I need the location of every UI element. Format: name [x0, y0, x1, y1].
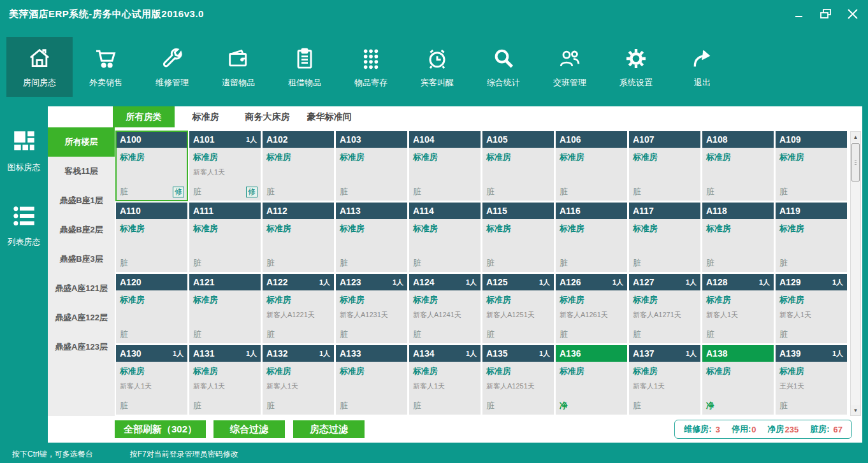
tab-business-king-room[interactable]: 商务大床房 [236, 106, 298, 127]
room-footer: 脏 [193, 257, 257, 269]
floor-list-item[interactable]: 鼎盛A座121层 [48, 274, 115, 303]
room-card[interactable]: A121 标准房 脏 [189, 274, 261, 343]
room-card[interactable]: A137 1人 标准房 新客人1天 脏 [629, 345, 700, 415]
scroll-up-button[interactable]: ▲ [851, 132, 860, 142]
scroll-down-button[interactable]: ▼ [851, 405, 860, 415]
tab-deluxe-standard-room[interactable]: 豪华标准间 [298, 106, 360, 127]
room-type: 标准房 [776, 362, 847, 377]
toolbar-item-lost-items[interactable]: 遗留物品 [205, 37, 271, 97]
room-number: A114 [413, 206, 434, 216]
room-card[interactable]: A104 标准房 脏 [409, 131, 481, 201]
room-card[interactable]: A112 标准房 脏 [263, 203, 334, 272]
room-card[interactable]: A123 1人 标准房 新客人A1231天 脏 [336, 274, 407, 343]
toolbar-item-item-storage[interactable]: 物品寄存 [338, 37, 404, 97]
floor-list-item[interactable]: 鼎盛A座122层 [48, 303, 115, 332]
room-card[interactable]: A113 标准房 脏 [336, 203, 407, 272]
room-card[interactable]: A116 标准房 脏 [556, 203, 627, 272]
toolbar-item-label: 交班管理 [553, 77, 586, 89]
sidebar-item-list-view[interactable]: 列表房态 [8, 203, 41, 248]
room-card[interactable]: A115 标准房 脏 [482, 203, 554, 272]
room-card[interactable]: A122 1人 标准房 新客人A1221天 脏 [263, 274, 334, 343]
room-card[interactable]: A127 1人 标准房 新客人A1271天 脏 [629, 274, 700, 343]
room-card[interactable]: A102 标准房 脏 [263, 131, 334, 201]
room-card[interactable]: A124 1人 标准房 新客人A1241天 脏 [409, 274, 481, 343]
room-card[interactable]: A117 标准房 脏 [629, 203, 700, 272]
restore-button[interactable] [820, 8, 832, 20]
room-card[interactable]: A120 标准房 脏 [116, 274, 187, 343]
room-card[interactable]: A105 标准房 脏 [482, 131, 554, 201]
room-card[interactable]: A100 标准房 脏 修 [116, 131, 187, 201]
floor-list: 所有楼层客栈11层鼎盛B座1层鼎盛B座2层鼎盛B座3层鼎盛A座121层鼎盛A座1… [48, 127, 115, 416]
room-status-filter-button[interactable]: 房态过滤 [293, 420, 365, 438]
toolbar-item-label: 物品寄存 [354, 77, 387, 89]
room-card[interactable]: A101 1人 标准房 新客人1天 脏 修 [189, 131, 261, 201]
floor-list-item[interactable]: 鼎盛B座2层 [48, 215, 115, 245]
toolbar-item-wake-up-call[interactable]: 宾客叫醒 [404, 37, 470, 97]
toolbar-item-shift-management[interactable]: 交班管理 [537, 37, 603, 97]
toolbar-item-repair[interactable]: 维修管理 [139, 37, 205, 97]
room-status: 脏 [340, 400, 348, 411]
cart-icon [92, 46, 119, 71]
room-card[interactable]: A130 1人 标准房 新客人1天 脏 [116, 345, 187, 415]
stat-label: 停用: [732, 424, 751, 435]
floor-list-item[interactable]: 鼎盛A座123层 [48, 332, 115, 362]
room-status: 脏 [706, 186, 714, 197]
room-card[interactable]: A133 标准房 脏 [336, 345, 407, 415]
floor-list-item[interactable]: 鼎盛B座3层 [48, 245, 115, 274]
room-occupancy: 1人 [686, 349, 697, 359]
room-guest [556, 163, 627, 167]
room-card[interactable]: A135 1人 标准房 新客人A1251天 脏 [482, 345, 554, 415]
room-card[interactable]: A103 标准房 脏 [336, 131, 407, 201]
room-card[interactable]: A138 标准房 净 [702, 345, 774, 415]
room-header: A133 [336, 345, 407, 362]
search-icon [490, 46, 517, 71]
room-card[interactable]: A134 1人 标准房 新客人1天 脏 [409, 345, 481, 415]
scrollbar-thumb[interactable] [851, 143, 860, 182]
room-guest [409, 234, 481, 239]
room-type: 标准房 [482, 148, 554, 163]
room-card[interactable]: A111 标准房 脏 [189, 203, 261, 272]
room-card[interactable]: A118 标准房 脏 [702, 203, 774, 272]
tab-all-room-types[interactable]: 所有房类 [113, 106, 175, 127]
toolbar-item-exit[interactable]: 退出 [669, 37, 735, 97]
room-number: A120 [120, 277, 141, 287]
toolbar-item-takeout-sales[interactable]: 外卖销售 [73, 37, 139, 97]
room-card[interactable]: A107 标准房 脏 [629, 131, 700, 201]
repair-badge: 修 [246, 187, 257, 197]
refresh-all-button[interactable]: 全部刷新（302） [115, 420, 206, 438]
floor-list-item[interactable]: 所有楼层 [48, 127, 115, 157]
room-footer: 净 [706, 400, 770, 411]
minimize-button[interactable] [793, 8, 806, 20]
toolbar-item-system-settings[interactable]: 系统设置 [603, 37, 669, 97]
room-card[interactable]: A139 1人 标准房 王兴1天 脏 [776, 345, 847, 415]
room-card[interactable]: A126 1人 标准房 新客人A1261天 脏 [556, 274, 627, 343]
room-guest [482, 234, 554, 239]
vertical-scrollbar[interactable]: ▲ ▼ [850, 131, 861, 416]
room-status: 脏 [120, 329, 128, 340]
room-card[interactable]: A106 标准房 脏 [556, 131, 627, 201]
toolbar-item-room-status[interactable]: 房间房态 [6, 37, 73, 97]
floor-list-item[interactable]: 鼎盛B座1层 [48, 186, 115, 215]
toolbar-item-statistics[interactable]: 综合统计 [470, 37, 537, 97]
floor-list-item[interactable]: 客栈11层 [48, 157, 115, 186]
room-card[interactable]: A136 标准房 净 [556, 345, 627, 415]
tab-standard-room[interactable]: 标准房 [175, 106, 236, 127]
toolbar-item-rental-items[interactable]: 租借物品 [271, 37, 338, 97]
room-card[interactable]: A109 标准房 脏 [776, 131, 847, 201]
close-icon[interactable] [846, 8, 859, 20]
room-card[interactable]: A125 1人 标准房 新客人A1251天 脏 [482, 274, 554, 343]
room-card[interactable]: A131 1人 标准房 新客人1天 脏 [189, 345, 261, 415]
room-card[interactable]: A128 1人 标准房 新客人1天 脏 [702, 274, 774, 343]
room-card[interactable]: A108 标准房 脏 [702, 131, 774, 201]
sidebar-item-icon-view[interactable]: 图标房态 [8, 128, 41, 173]
room-footer: 脏 [266, 400, 331, 411]
room-number: A118 [706, 206, 727, 216]
room-card[interactable]: A129 1人 标准房 新客人1天 脏 [776, 274, 847, 343]
combined-filter-button[interactable]: 综合过滤 [213, 420, 285, 438]
room-card[interactable]: A132 1人 标准房 新客人1天 脏 [263, 345, 334, 415]
room-status: 脏 [560, 186, 568, 197]
room-card[interactable]: A119 标准房 脏 [776, 203, 847, 272]
room-card[interactable]: A110 标准房 脏 [116, 203, 187, 272]
room-card[interactable]: A114 标准房 脏 [409, 203, 481, 272]
toolbar-item-label: 租借物品 [288, 77, 321, 89]
